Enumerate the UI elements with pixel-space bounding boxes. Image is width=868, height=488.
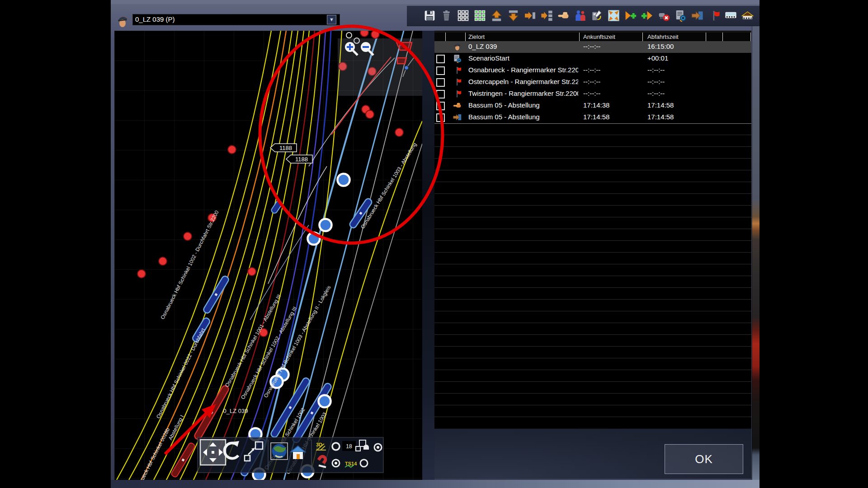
row-checkbox[interactable] (436, 113, 445, 122)
minimap-overlay (338, 38, 422, 96)
marker-flag-icon (453, 89, 462, 99)
map-toolbar: 3D 18 (198, 437, 383, 473)
col-abfahrtszeit: Abfahrtszeit (647, 33, 679, 40)
platform-icon[interactable] (724, 8, 738, 23)
driver-icon (453, 42, 462, 52)
svg-text:TS14: TS14 (345, 461, 357, 466)
row-checkbox[interactable] (436, 78, 445, 87)
driver-avatar-icon (115, 14, 130, 29)
remove-driver-icon[interactable] (657, 8, 671, 23)
timetable-header: Zielort Ankunftszeit Abfahrtszeit (434, 32, 751, 42)
ankunftszeit-cell: --:--:-- (583, 42, 644, 50)
abfahrtszeit-cell: 16:15:00 (647, 42, 708, 50)
consist-dropdown[interactable]: 0_LZ 039 (P) (132, 14, 340, 25)
add-driver-icon[interactable] (623, 8, 637, 23)
pan-tool-button[interactable] (200, 440, 226, 465)
table-row[interactable]: Bassum 05 - Abstellung17:14:5817:14:58 (434, 112, 751, 124)
abfahrtszeit-cell: --:--:-- (647, 89, 708, 97)
export-icon[interactable] (506, 8, 520, 23)
move-list-icon[interactable] (540, 8, 554, 23)
zielort-cell: Bassum 05 - Abstellung (468, 113, 578, 121)
minimap-marker (397, 58, 406, 64)
shed-icon[interactable] (741, 8, 755, 23)
left-letterbox (0, 0, 111, 488)
abfahrtszeit-cell: --:--:-- (647, 78, 708, 85)
table-row[interactable]: Twistringen - Rangiermarker Str.2200--:-… (434, 88, 751, 100)
player-train-label: 0_LZ 039 (223, 408, 248, 414)
timetable: Zielort Ankunftszeit Abfahrtszeit 0_LZ 0… (434, 31, 751, 428)
table-row[interactable]: 0_LZ 039--:--:--16:15:00 (434, 41, 751, 53)
window-top-edge (111, 0, 760, 4)
ankunftszeit-cell: --:--:-- (583, 66, 644, 74)
row-checkbox[interactable] (436, 90, 445, 99)
scenario-properties-icon[interactable] (674, 8, 688, 23)
zielort-cell: Ostercappeln - Rangiermarker Str.220 (468, 78, 578, 85)
hand-orange-icon (453, 101, 462, 110)
right-letterbox (760, 0, 868, 488)
table-row[interactable]: Osnabrueck - Rangiermarker Str.220--:--:… (434, 65, 751, 77)
col-ankunftszeit: Ankunftszeit (583, 33, 615, 40)
zielort-cell: Bassum 05 - Abstellung (468, 101, 578, 109)
ankunftszeit-cell: --:--:-- (583, 89, 644, 97)
table-row[interactable]: ScenarioStart+00:01 (434, 53, 751, 65)
refuel-icon[interactable] (590, 8, 604, 23)
grid-view-icon[interactable] (456, 8, 470, 23)
table-row[interactable]: Ostercappeln - Rangiermarker Str.220--:-… (434, 76, 751, 89)
table-row[interactable]: Bassum 05 - Abstellung17:14:3817:14:58 (434, 100, 751, 112)
abfahrtszeit-cell: 17:14:58 (647, 113, 708, 121)
marker-flag-icon (453, 66, 462, 75)
svg-text:1188: 1188 (295, 156, 308, 163)
timetable-rows: 0_LZ 039--:--:--16:15:00ScenarioStart+00… (434, 41, 751, 428)
grid-view-active-icon[interactable] (473, 8, 487, 23)
passengers-icon[interactable] (573, 8, 587, 23)
zielort-cell: ScenarioStart (468, 54, 578, 62)
count-badge: 18 (346, 443, 352, 450)
delete-icon[interactable] (439, 8, 453, 23)
abfahrtszeit-cell: --:--:-- (647, 66, 708, 74)
ankunftszeit-cell: 17:14:58 (583, 113, 644, 121)
row-checkbox[interactable] (436, 102, 445, 110)
world-scene-sliver (752, 26, 760, 480)
svg-text:1188: 1188 (279, 145, 292, 151)
compass-dot (405, 66, 409, 70)
window-bottom-edge (111, 480, 760, 488)
expand-icon[interactable] (607, 8, 621, 23)
save-icon[interactable] (423, 8, 437, 23)
select-hand-icon[interactable] (557, 8, 571, 23)
zielort-cell: Twistringen - Rangiermarker Str.2200 (468, 89, 578, 97)
ankunftszeit-cell: 17:14:38 (583, 101, 644, 109)
import-icon[interactable] (490, 8, 504, 23)
scenario-editor-window: 0_LZ 039 (P) ▼ (111, 0, 760, 488)
zielort-cell: 0_LZ 039 (468, 42, 578, 50)
abfahrtszeit-cell: 17:14:58 (647, 101, 708, 109)
radio-lock-dot (377, 446, 379, 449)
ankunftszeit-cell: --:--:-- (583, 78, 644, 85)
screen: 0_LZ 039 (P) ▼ (0, 0, 868, 488)
track-map[interactable]: Osnabrueck Hbf Schinkel 1002 - Durchfahr… (114, 31, 422, 480)
add-instruction-icon[interactable] (640, 8, 654, 23)
scenario-properties-icon (453, 54, 462, 63)
row-checkbox[interactable] (436, 66, 445, 75)
col-zielort: Zielort (468, 33, 485, 40)
zielort-cell: Osnabrueck - Rangiermarker Str.220 (468, 66, 578, 74)
portal-icon[interactable] (690, 8, 704, 23)
marker-flag-icon[interactable] (707, 8, 721, 23)
dropdown-arrow-icon[interactable]: ▼ (327, 15, 336, 24)
move-item-icon[interactable] (523, 8, 537, 23)
ok-button[interactable]: OK (665, 444, 743, 474)
dialog-panel: OK (434, 428, 751, 479)
portal-icon (453, 113, 462, 122)
marker-flag-icon (453, 77, 462, 87)
main-toolbar (423, 8, 755, 24)
window-gap (422, 31, 434, 480)
row-checkbox[interactable] (436, 55, 445, 63)
abfahrtszeit-cell: +00:01 (647, 54, 708, 62)
